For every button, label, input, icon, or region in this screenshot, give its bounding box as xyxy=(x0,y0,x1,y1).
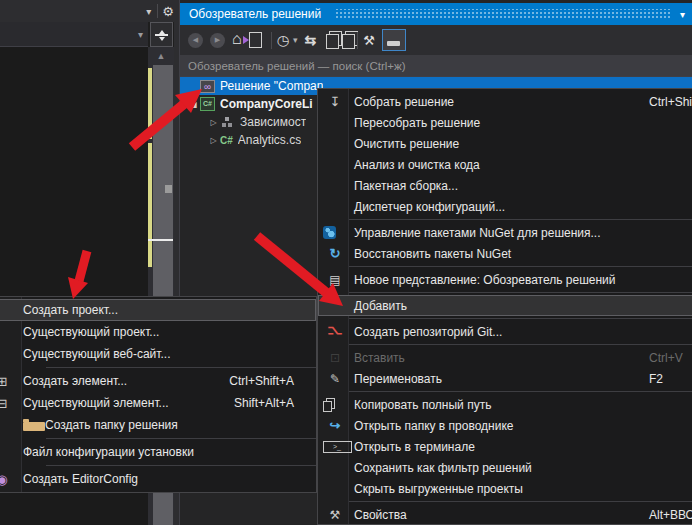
menu-item-label: Скрыть выгруженные проекты xyxy=(354,482,523,496)
vs-solution-icon: ∞ xyxy=(200,80,215,93)
menu-item-new-item[interactable]: ⊞Создать элемент...Ctrl+Shift+A xyxy=(0,370,316,392)
dependencies-icon xyxy=(220,116,235,129)
menu-item-rename[interactable]: ✎ПереименоватьF2 xyxy=(318,368,692,389)
scroll-up-icon[interactable]: ▲ xyxy=(148,51,174,61)
terminal-icon: >_ xyxy=(323,441,352,453)
menu-item-open-folder-in-file-explorer[interactable]: ↪Открыть папку в проводнике xyxy=(318,415,692,436)
existing-item-icon: ⊟ xyxy=(0,396,13,411)
menu-separator xyxy=(349,391,692,392)
forward-button[interactable]: ▶ xyxy=(210,33,225,48)
menu-item-shortcut: Ctrl+Shif xyxy=(649,95,692,109)
menu-separator xyxy=(349,501,692,502)
preview-selected-items-button[interactable] xyxy=(382,29,406,51)
menu-separator xyxy=(349,292,692,293)
wrench-icon: ⚒ xyxy=(323,508,347,522)
menu-separator xyxy=(46,465,316,466)
menu-item-shortcut: F2 xyxy=(649,372,663,386)
menu-item-label: Пересобрать решение xyxy=(354,116,480,130)
menu-item-analyze-and-code-cleanup[interactable]: Анализ и очистка кода xyxy=(318,154,692,175)
menu-separator xyxy=(349,219,692,220)
pending-changes-filter-button[interactable]: ◷ xyxy=(277,32,289,48)
menu-separator xyxy=(349,266,692,267)
menu-item-new-project[interactable]: Создать проект... xyxy=(0,299,316,321)
chevron-down-icon[interactable]: ▾ xyxy=(140,6,157,17)
menu-item-label: Переименовать xyxy=(354,372,442,386)
solution-explorer-title-bar[interactable]: Обозреватель решений ▾ xyxy=(180,3,692,25)
home-button[interactable]: ⌂ xyxy=(232,30,242,48)
menu-item-paste[interactable]: ⊡ВставитьCtrl+V xyxy=(318,347,692,368)
menu-item-label: Существующий элемент... xyxy=(23,396,169,410)
menu-item-add[interactable]: Добавить xyxy=(318,295,692,316)
menu-item-label: Открыть в терминале xyxy=(354,440,475,454)
menu-item-manage-nuget-packages[interactable]: Управление пакетами NuGet для решения... xyxy=(318,222,692,243)
show-all-files-button[interactable] xyxy=(342,34,355,49)
menu-item-new-solution-folder[interactable]: Создать папку решения xyxy=(0,414,316,436)
title-drag-dots xyxy=(335,9,670,19)
menu-item-label: Копировать полный путь xyxy=(354,398,491,412)
back-button[interactable]: ◀ xyxy=(188,33,203,48)
collapsed-chevron-icon[interactable]: ▷ xyxy=(208,118,219,127)
menu-item-label: Новое представление: Обозреватель решени… xyxy=(354,273,615,287)
properties-button[interactable]: ⚒ xyxy=(363,33,375,48)
folder-icon xyxy=(23,422,45,431)
menu-item-existing-item[interactable]: ⊟Существующий элемент...Shift+Alt+A xyxy=(0,392,316,414)
csharp-project-icon: C# xyxy=(200,97,215,111)
menu-item-properties[interactable]: ⚒СвойстваAlt+ВВО xyxy=(318,504,692,525)
menu-item-new-solution-explorer-view[interactable]: ▤Новое представление: Обозреватель решен… xyxy=(318,269,692,290)
open-explorer-icon: ↪ xyxy=(323,418,347,433)
tree-item-label: CompanyCoreLi xyxy=(220,97,313,111)
menu-item-label: Очистить решение xyxy=(354,137,459,151)
csharp-file-icon: C# xyxy=(220,135,233,146)
menu-item-save-as-solution-filter[interactable]: Сохранить как фильтр решений xyxy=(318,457,692,478)
menu-item-label: Управление пакетами NuGet для решения... xyxy=(354,226,601,240)
solution-search-input[interactable] xyxy=(180,55,692,76)
menu-item-create-editorconfig[interactable]: ◉Создать EditorConfig xyxy=(0,468,316,490)
menu-item-existing-project[interactable]: Существующий проект... xyxy=(0,321,316,343)
menu-item-label: Существующий проект... xyxy=(23,325,159,339)
menu-item-label: Создать проект... xyxy=(23,303,118,317)
menu-item-restore-nuget-packages[interactable]: ↻Восстановить пакеты NuGet xyxy=(318,243,692,264)
filter-dropdown-chevron-icon[interactable]: ▾ xyxy=(293,35,298,45)
switch-views-button[interactable] xyxy=(249,32,262,48)
solution-context-menu: ↧Собрать решениеCtrl+ShifПересобрать реш… xyxy=(317,88,692,525)
menu-item-open-in-terminal[interactable]: >_Открыть в терминале xyxy=(318,436,692,457)
menu-item-hide-unloaded-projects[interactable]: Скрыть выгруженные проекты xyxy=(318,478,692,499)
menu-item-configuration-manager[interactable]: Диспетчер конфигураций... xyxy=(318,196,692,217)
editor-top-bar: ▾ ⚙ xyxy=(0,0,180,22)
menu-item-copy-full-path[interactable]: Копировать полный путь xyxy=(318,394,692,415)
collapsed-chevron-icon[interactable]: ▷ xyxy=(208,136,219,145)
menu-item-label: Вставить xyxy=(354,351,405,365)
menu-separator xyxy=(46,367,316,368)
menu-item-create-git-repository[interactable]: ⌥Создать репозиторий Git... xyxy=(318,321,692,342)
new-item-icon: ⊞ xyxy=(0,374,13,389)
menu-item-rebuild-solution[interactable]: Пересобрать решение xyxy=(318,112,692,133)
tree-item-label: Решение "Compan xyxy=(220,79,323,93)
menu-item-batch-build[interactable]: Пакетная сборка... xyxy=(318,175,692,196)
expanded-chevron-icon[interactable]: ◢ xyxy=(188,100,199,109)
panel-title: Обозреватель решений xyxy=(189,7,321,21)
menu-item-label: Открыть папку в проводнике xyxy=(354,419,513,433)
menu-item-label: Свойства xyxy=(354,508,407,522)
sync-with-active-document-button[interactable]: ⇆ xyxy=(304,32,316,48)
menu-separator xyxy=(349,318,692,319)
menu-item-existing-website[interactable]: Существующий веб-сайт... xyxy=(0,343,316,365)
menu-item-clean-solution[interactable]: Очистить решение xyxy=(318,133,692,154)
editorconfig-icon: ◉ xyxy=(0,472,13,487)
menu-item-shortcut: Ctrl+Shift+A xyxy=(229,374,294,388)
copy-path-icon xyxy=(323,401,332,412)
menu-item-label: Создать папку решения xyxy=(45,418,178,432)
chevron-down-icon: ▾ xyxy=(138,29,148,40)
editor-navigation-dropdown[interactable]: ▾ xyxy=(0,22,148,47)
caret-position-marker xyxy=(148,239,173,241)
new-view-icon: ▤ xyxy=(323,273,347,287)
split-editor-button[interactable] xyxy=(150,22,173,47)
menu-item-label: Пакетная сборка... xyxy=(354,179,458,193)
menu-item-build-solution[interactable]: ↧Собрать решениеCtrl+Shif xyxy=(318,91,692,112)
menu-item-installer-configuration-file[interactable]: Файл конфигурации установки xyxy=(0,441,316,463)
window-position-chevron-icon[interactable]: ▾ xyxy=(680,9,692,20)
collapse-all-button[interactable] xyxy=(326,34,339,49)
ide-window: ▾ ⚙ ▾ ▲ Обозреватель решений ▾ ◀▶⌂◷▾⇆⚒ ∞… xyxy=(0,0,692,525)
menu-item-label: Сохранить как фильтр решений xyxy=(354,461,532,475)
rename-icon: ✎ xyxy=(323,372,347,386)
solution-explorer-toolbar: ◀▶⌂◷▾⇆⚒ xyxy=(180,25,692,55)
